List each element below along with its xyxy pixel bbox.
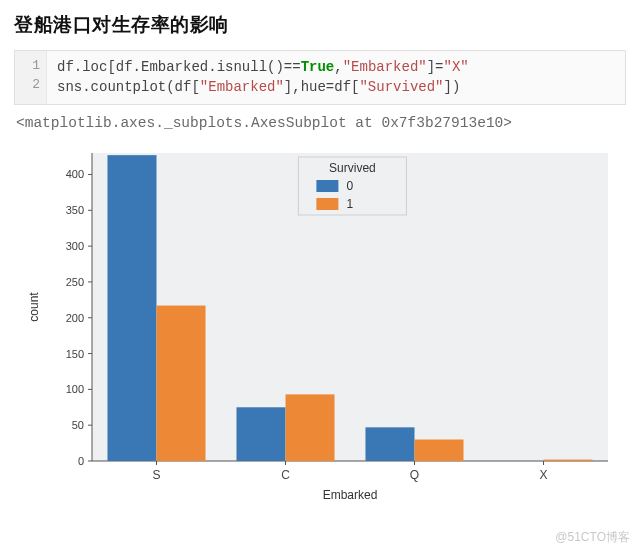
watermark: @51CTO博客: [555, 529, 630, 546]
svg-text:350: 350: [66, 204, 84, 216]
lineno: 2: [21, 76, 40, 95]
svg-text:0: 0: [346, 179, 353, 193]
svg-text:count: count: [27, 291, 41, 321]
svg-rect-28: [236, 407, 285, 461]
svg-text:200: 200: [66, 311, 84, 323]
svg-rect-41: [316, 180, 338, 192]
svg-rect-33: [415, 439, 464, 460]
svg-rect-37: [544, 459, 593, 460]
svg-text:1: 1: [346, 197, 353, 211]
svg-text:150: 150: [66, 347, 84, 359]
section-heading: 登船港口对生存率的影响: [14, 12, 626, 38]
countplot-chart: 050100150200250300350400countSCQXEmbarke…: [14, 137, 628, 509]
svg-rect-29: [286, 394, 335, 461]
svg-text:300: 300: [66, 240, 84, 252]
svg-rect-25: [157, 305, 206, 460]
code-cell: 1 2 df.loc[df.Embarked.isnull()==True,"E…: [14, 50, 626, 105]
svg-rect-24: [107, 155, 156, 461]
svg-rect-43: [316, 198, 338, 210]
svg-text:50: 50: [72, 419, 84, 431]
svg-text:100: 100: [66, 383, 84, 395]
svg-text:X: X: [539, 468, 547, 482]
svg-text:400: 400: [66, 168, 84, 180]
svg-rect-32: [365, 427, 414, 461]
code-gutter: 1 2: [15, 51, 47, 104]
svg-text:C: C: [281, 468, 290, 482]
svg-text:Survived: Survived: [329, 161, 376, 175]
code-body: df.loc[df.Embarked.isnull()==True,"Embar…: [47, 51, 625, 104]
svg-text:S: S: [152, 468, 160, 482]
svg-text:Embarked: Embarked: [323, 488, 378, 502]
svg-text:0: 0: [78, 455, 84, 467]
svg-text:Q: Q: [410, 468, 419, 482]
output-repr: <matplotlib.axes._subplots.AxesSubplot a…: [16, 115, 624, 131]
lineno: 1: [21, 57, 40, 76]
svg-text:250: 250: [66, 276, 84, 288]
